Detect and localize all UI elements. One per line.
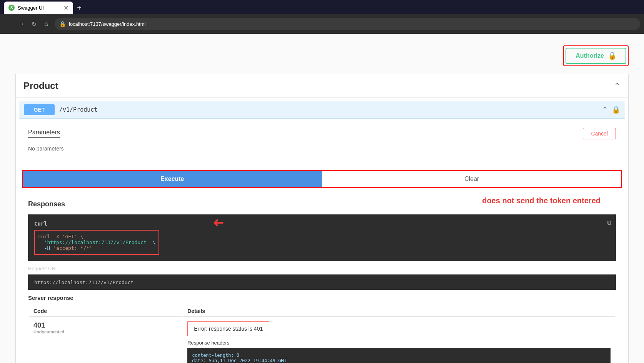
endpoint-right: ⌃ 🔒 bbox=[602, 105, 620, 114]
collapse-icon[interactable]: ⌃ bbox=[614, 81, 621, 90]
parameters-title: Parameters bbox=[28, 129, 60, 138]
server-response-title: Server response bbox=[28, 294, 616, 301]
product-title: Product bbox=[23, 80, 58, 91]
curl-wrapper: does not send the token entered ➜ Curl c… bbox=[28, 214, 616, 261]
details-header: Details bbox=[183, 306, 615, 317]
authorize-button[interactable]: Authorize 🔓 bbox=[566, 48, 626, 64]
request-url-label: Request URL bbox=[28, 266, 616, 271]
home-button[interactable]: ⌂ bbox=[41, 18, 52, 29]
lock-address-icon: 🔒 bbox=[59, 21, 66, 27]
endpoint-row-get-product[interactable]: GET /v1/Product ⌃ 🔒 bbox=[19, 101, 625, 119]
endpoint-lock-icon: 🔒 bbox=[612, 105, 620, 114]
error-box: Error: response status is 401 bbox=[187, 321, 269, 336]
product-section: Product ⌃ GET /v1/Product ⌃ 🔒 Parameters… bbox=[15, 74, 629, 363]
forward-button[interactable]: → bbox=[16, 18, 27, 29]
request-url-box: https://localhost:7137/v1/Product bbox=[28, 274, 616, 290]
responses-section: Responses does not send the token entere… bbox=[22, 194, 622, 363]
curl-box: Curl curl -X 'GET' \ 'https://localhost:… bbox=[28, 214, 616, 261]
product-header[interactable]: Product ⌃ bbox=[16, 74, 628, 98]
response-headers-label: Response headers bbox=[187, 340, 611, 346]
request-url-section: Request URL https://localhost:7137/v1/Pr… bbox=[28, 266, 616, 290]
browser-tab-bar: S Swagger UI ✕ + bbox=[0, 0, 644, 14]
action-buttons: Execute Clear bbox=[22, 170, 622, 188]
address-text: localhost:7137/swagger/index.html bbox=[69, 21, 145, 27]
address-bar[interactable]: 🔒 localhost:7137/swagger/index.html bbox=[55, 18, 640, 30]
endpoint-path: /v1/Product bbox=[59, 106, 97, 113]
response-headers-section: Response headers content-length: 0 date:… bbox=[187, 340, 611, 363]
parameters-section: Parameters Cancel No parameters bbox=[22, 122, 622, 164]
authorize-btn-wrapper: Authorize 🔓 bbox=[563, 45, 629, 66]
tab-favicon: S bbox=[8, 5, 15, 11]
endpoint-chevron-up: ⌃ bbox=[602, 105, 608, 114]
no-params-text: No parameters bbox=[28, 146, 616, 152]
authorize-lock-icon: 🔓 bbox=[608, 52, 616, 60]
server-response-section: Server response Code Details 401 Undocum… bbox=[28, 294, 616, 363]
page-content: Authorize 🔓 Product ⌃ GET /v1/Product ⌃ … bbox=[0, 34, 644, 363]
response-code: 401 bbox=[33, 321, 45, 329]
code-header: Code bbox=[29, 306, 182, 317]
curl-code-bordered: curl -X 'GET' \ 'https://localhost:7137/… bbox=[34, 230, 159, 255]
curl-code-text: curl -X 'GET' \ 'https://localhost:7137/… bbox=[38, 234, 155, 251]
reload-button[interactable]: ↻ bbox=[28, 18, 39, 29]
responses-title: Responses bbox=[28, 200, 616, 208]
tab-title: Swagger UI bbox=[18, 5, 44, 11]
execute-button[interactable]: Execute bbox=[23, 171, 322, 187]
back-button[interactable]: ← bbox=[4, 18, 15, 29]
browser-chrome: ← → ↻ ⌂ 🔒 localhost:7137/swagger/index.h… bbox=[0, 14, 644, 34]
table-row-401: 401 Undocumented Error: response status … bbox=[29, 318, 615, 363]
method-badge-get: GET bbox=[24, 104, 55, 115]
browser-tab-swagger[interactable]: S Swagger UI ✕ bbox=[4, 2, 73, 14]
new-tab-button[interactable]: + bbox=[73, 2, 85, 14]
cancel-button[interactable]: Cancel bbox=[583, 128, 616, 139]
clear-button[interactable]: Clear bbox=[322, 171, 622, 187]
browser-nav-buttons: ← → ↻ ⌂ bbox=[4, 18, 52, 29]
top-bar: Authorize 🔓 bbox=[0, 42, 644, 74]
response-code-cell: 401 Undocumented bbox=[29, 318, 182, 363]
parameters-header: Parameters Cancel bbox=[28, 128, 616, 139]
undocumented-label: Undocumented bbox=[33, 330, 177, 334]
tab-close-button[interactable]: ✕ bbox=[63, 4, 68, 12]
request-url-text: https://localhost:7137/v1/Product bbox=[34, 279, 133, 285]
response-table: Code Details 401 Undocumented bbox=[28, 305, 616, 363]
response-headers-box: content-length: 0 date: Sun,11 Dec 2022 … bbox=[187, 348, 611, 363]
authorize-label: Authorize bbox=[576, 52, 604, 59]
curl-label: Curl bbox=[34, 221, 610, 227]
response-details-cell: Error: response status is 401 Response h… bbox=[183, 318, 615, 363]
copy-icon[interactable]: ⧉ bbox=[607, 219, 611, 226]
error-text: Error: response status is 401 bbox=[194, 326, 263, 332]
